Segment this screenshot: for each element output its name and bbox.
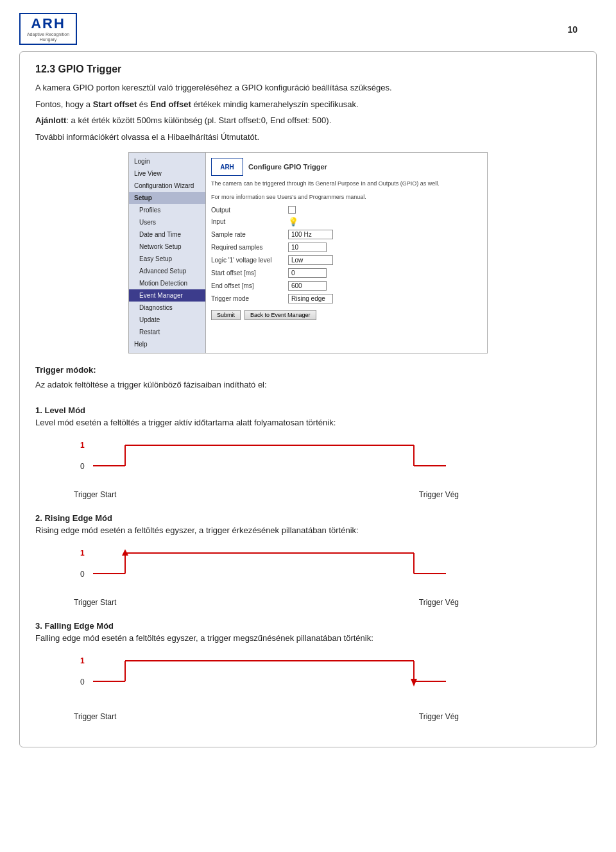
trigger-modes-title: Trigger módok: [35, 365, 581, 375]
sidebar-item-profiles[interactable]: Profiles [129, 204, 205, 216]
trigger-modes-section: Trigger módok: Az adatok feltöltése a tr… [35, 365, 581, 391]
trigger-veg-label-2: Trigger Vég [419, 598, 459, 607]
trigger-mode-select[interactable]: Rising edge [288, 294, 333, 303]
section-title: 12.3 GPIO Trigger [35, 64, 581, 75]
falling-edge-desc: Falling edge mód esetén a feltöltés egys… [35, 633, 581, 643]
svg-text:0: 0 [80, 570, 85, 579]
svg-marker-21 [411, 679, 417, 686]
sidebar-item-update[interactable]: Update [129, 314, 205, 326]
sample-rate-control: 100 Hz [288, 230, 333, 239]
trigger-modes-intro: Az adatok feltöltése a trigger különböző… [35, 379, 581, 391]
svg-text:1: 1 [80, 441, 85, 450]
logo-sub: Adaptive Recognition Hungary [23, 32, 73, 43]
falling-edge-title: 3. Falling Edge Mód [35, 621, 581, 631]
logo-arh: ARH [31, 15, 65, 32]
falling-edge-labels: Trigger Start Trigger Vég [74, 712, 459, 721]
gui-sidebar: Login Live View Configuration Wizard Set… [129, 153, 206, 353]
output-control [288, 206, 296, 214]
submit-button[interactable]: Submit [211, 310, 241, 320]
sidebar-item-easysetup[interactable]: Easy Setup [129, 253, 205, 265]
gui-panel-title: Configure GPIO Trigger [248, 163, 327, 171]
page-number: 10 [567, 24, 578, 35]
ajanlott-label: Ajánlott [35, 115, 66, 125]
sidebar-item-restart[interactable]: Restart [129, 326, 205, 338]
intro-paragraph-3: Ajánlott: a két érték között 500ms külön… [35, 114, 581, 127]
sidebar-item-datetime[interactable]: Date and Time [129, 228, 205, 241]
rising-edge-desc: Rising edge mód esetén a feltöltés egysz… [35, 525, 581, 535]
gui-inner: Login Live View Configuration Wizard Set… [129, 153, 487, 353]
line2-prefix: Fontos, hogy a [35, 99, 93, 109]
sidebar-item-help[interactable]: Help [129, 338, 205, 350]
output-label: Output [211, 207, 288, 214]
sidebar-item-networksetup[interactable]: Network Setup [129, 241, 205, 253]
bulb-icon: 💡 [288, 217, 298, 226]
start-offset-row: Start offset [ms] 0 [211, 268, 482, 278]
rising-edge-title: 2. Rising Edge Mód [35, 513, 581, 523]
back-to-event-manager-button[interactable]: Back to Event Manager [244, 310, 316, 320]
level-mod-section: 1. Level Mód Level mód esetén a feltölté… [35, 405, 581, 499]
logic-voltage-row: Logic '1' voltage level Low [211, 255, 482, 265]
required-samples-control: 10 [288, 243, 327, 252]
trigger-start-label-3: Trigger Start [74, 712, 116, 721]
sidebar-item-configwizard[interactable]: Configuration Wizard [129, 180, 205, 192]
gui-logo-area: ARH Configure GPIO Trigger [211, 158, 482, 176]
trigger-mode-label: Trigger mode [211, 295, 288, 302]
output-row: Output [211, 206, 482, 214]
rising-edge-labels: Trigger Start Trigger Vég [74, 598, 459, 607]
falling-edge-svg: 1 0 [74, 649, 459, 710]
gui-logo-small: ARH [211, 158, 243, 176]
output-checkbox[interactable] [288, 206, 296, 214]
sidebar-item-liveview[interactable]: Live View [129, 167, 205, 180]
logo-box: ARH Adaptive Recognition Hungary [19, 13, 77, 45]
input-control: 💡 [288, 217, 298, 226]
level-mod-title: 1. Level Mód [35, 405, 581, 415]
ajanlott-rest: : a két érték között 500ms különbség (pl… [66, 115, 331, 125]
end-offset-label: End offset [150, 99, 191, 109]
sidebar-item-login[interactable]: Login [129, 155, 205, 167]
intro-paragraph-2: Fontos, hogy a Start offset és End offse… [35, 98, 581, 111]
gui-screenshot: Login Live View Configuration Wizard Set… [35, 152, 581, 354]
line2-end: értékek mindig kamerahelyszín specifikus… [191, 99, 359, 109]
rising-edge-section: 2. Rising Edge Mód Rising edge mód eseté… [35, 513, 581, 607]
trigger-mode-control: Rising edge [288, 294, 333, 303]
level-mod-labels: Trigger Start Trigger Vég [74, 490, 459, 499]
sidebar-item-eventmanager[interactable]: Event Manager [129, 289, 205, 302]
svg-text:0: 0 [80, 677, 85, 686]
input-row: Input 💡 [211, 217, 482, 226]
trigger-start-label-2: Trigger Start [74, 598, 116, 607]
required-samples-input[interactable]: 10 [288, 243, 327, 252]
rising-edge-diagram: 1 0 Trigger Start [74, 541, 581, 607]
svg-text:1: 1 [80, 549, 85, 558]
trigger-start-label-1: Trigger Start [74, 490, 116, 499]
gui-main-panel: ARH Configure GPIO Trigger The camera ca… [206, 153, 487, 353]
rising-edge-svg: 1 0 [74, 541, 459, 596]
main-content-box: 12.3 GPIO Trigger A kamera GPIO porton k… [19, 51, 597, 747]
sidebar-item-setup[interactable]: Setup [129, 192, 205, 204]
trigger-veg-label-1: Trigger Vég [419, 490, 459, 499]
gui-desc2: For more information see Users's and Pro… [211, 193, 482, 201]
sidebar-item-motiondetection[interactable]: Motion Detection [129, 277, 205, 289]
required-samples-row: Required samples 10 [211, 243, 482, 252]
end-offset-input[interactable]: 600 [288, 281, 327, 291]
line2-mid: és [137, 99, 150, 109]
level-mod-svg: 1 0 [74, 434, 459, 488]
sidebar-item-users[interactable]: Users [129, 216, 205, 228]
gui-buttons: Submit Back to Event Manager [211, 310, 482, 320]
sidebar-item-advancedsetup[interactable]: Advanced Setup [129, 265, 205, 277]
sample-rate-select[interactable]: 100 Hz [288, 230, 333, 239]
falling-edge-section: 3. Falling Edge Mód Falling edge mód ese… [35, 621, 581, 721]
start-offset-input[interactable]: 0 [288, 268, 327, 278]
sidebar-item-diagnostics[interactable]: Diagnostics [129, 302, 205, 314]
level-mod-desc: Level mód esetén a feltöltés a trigger a… [35, 418, 581, 427]
gui-desc1: The camera can be triggered through its … [211, 180, 482, 188]
sample-rate-row: Sample rate 100 Hz [211, 230, 482, 239]
falling-edge-diagram: 1 0 Trigger Start Tr [74, 649, 581, 721]
start-offset-label: Start offset [ms] [211, 269, 288, 277]
trigger-veg-label-3: Trigger Vég [419, 712, 459, 721]
input-label: Input [211, 218, 288, 225]
svg-text:1: 1 [80, 656, 85, 665]
trigger-mode-row: Trigger mode Rising edge [211, 294, 482, 303]
logic-voltage-select[interactable]: Low [288, 255, 333, 265]
end-offset-control: 600 [288, 281, 327, 291]
gui-window: Login Live View Configuration Wizard Set… [128, 152, 488, 354]
